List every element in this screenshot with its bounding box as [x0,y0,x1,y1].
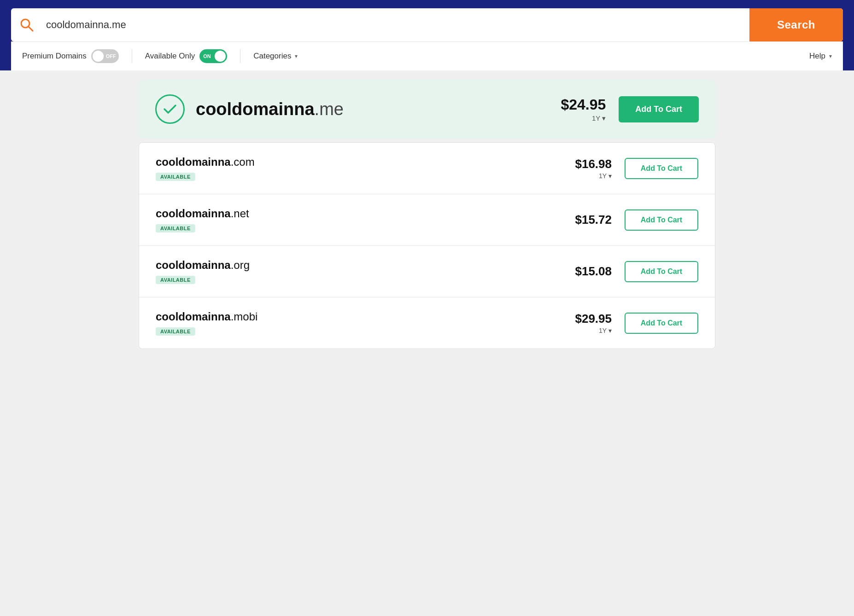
add-to-cart-button-0[interactable]: Add To Cart [625,158,698,179]
available-only-slider: ON [199,49,227,63]
domain-period-value-0: 1Y [599,172,607,180]
domain-row: cooldomainna.mobi AVAILABLE $29.95 1Y ▾ … [139,297,715,349]
available-only-label: Available Only [145,52,195,61]
domain-name-2: cooldomainna.org [156,259,575,272]
main-content: cooldomainna.me $24.95 1Y ▾ Add To Cart … [128,70,726,358]
primary-domain-base: cooldomainna [196,99,315,119]
primary-price: $24.95 [561,96,606,113]
domain-info-1: cooldomainna.net AVAILABLE [156,207,575,232]
domain-tld-0: .com [231,156,255,168]
filter-premium-domains: Premium Domains OFF [22,49,132,63]
domain-tld-1: .net [231,207,249,220]
primary-domain-card: cooldomainna.me $24.95 1Y ▾ Add To Cart [139,80,715,139]
domain-price-section-0: $16.98 1Y ▾ Add To Cart [575,157,698,180]
domain-info-2: cooldomainna.org AVAILABLE [156,259,575,284]
domain-base-1: cooldomainna [156,207,231,220]
primary-domain-tld: .me [315,99,344,119]
primary-domain-info: cooldomainna.me [155,94,344,124]
domain-info-3: cooldomainna.mobi AVAILABLE [156,310,575,336]
domain-info-0: cooldomainna.com AVAILABLE [156,156,575,181]
premium-domains-toggle-text: OFF [106,53,116,59]
primary-price-block: $24.95 1Y ▾ [561,96,606,122]
domain-price-block-2: $15.08 [575,264,612,279]
available-badge-3: AVAILABLE [156,327,195,336]
available-only-toggle-text: ON [203,53,211,59]
add-to-cart-button-1[interactable]: Add To Cart [625,209,698,231]
domain-price-block-1: $15.72 [575,213,612,227]
domain-row: cooldomainna.org AVAILABLE $15.08 Add To… [139,246,715,297]
search-input[interactable]: cooldomainna.me [42,11,749,39]
help-button[interactable]: Help ▾ [809,52,832,61]
search-icon-wrap [11,10,42,40]
domain-period-chevron-icon-3[interactable]: ▾ [608,327,612,334]
domain-base-0: cooldomainna [156,156,231,168]
available-badge-1: AVAILABLE [156,224,195,232]
header: cooldomainna.me Search Premium Domains O… [0,0,854,70]
domain-name-3: cooldomainna.mobi [156,310,575,323]
primary-price-period: 1Y ▾ [561,114,606,122]
help-label: Help [809,52,825,61]
available-badge-2: AVAILABLE [156,276,195,284]
domain-results-list: cooldomainna.com AVAILABLE $16.98 1Y ▾ A… [139,142,715,349]
domain-period-value-3: 1Y [599,327,607,334]
filter-available-only: Available Only ON [145,49,240,63]
domain-price-block-0: $16.98 1Y ▾ [575,157,612,180]
search-icon [19,17,34,32]
premium-domains-toggle[interactable]: OFF [91,49,119,63]
premium-domains-label: Premium Domains [22,52,87,61]
domain-tld-3: .mobi [231,310,258,323]
available-only-toggle[interactable]: ON [199,49,227,63]
add-to-cart-button-3[interactable]: Add To Cart [625,313,698,334]
available-check-circle [155,94,185,124]
domain-price-0: $16.98 [575,157,612,171]
svg-line-1 [29,27,33,31]
premium-domains-toggle-wrap: OFF [91,49,119,63]
domain-price-1: $15.72 [575,213,612,227]
domain-base-2: cooldomainna [156,259,231,271]
primary-period-chevron-icon[interactable]: ▾ [602,114,606,122]
domain-period-chevron-icon-0[interactable]: ▾ [608,172,612,180]
checkmark-icon [162,101,178,117]
domain-price-2: $15.08 [575,264,612,279]
domain-period-0: 1Y ▾ [575,172,612,180]
domain-row: cooldomainna.com AVAILABLE $16.98 1Y ▾ A… [139,143,715,194]
available-badge-0: AVAILABLE [156,173,195,181]
domain-price-section-3: $29.95 1Y ▾ Add To Cart [575,312,698,334]
premium-domains-slider: OFF [91,49,119,63]
search-button[interactable]: Search [749,8,843,41]
domain-period-3: 1Y ▾ [575,327,612,334]
available-only-toggle-wrap: ON [199,49,227,63]
domain-price-3: $29.95 [575,312,612,326]
primary-period-value: 1Y [592,114,600,122]
primary-add-to-cart-button[interactable]: Add To Cart [619,96,699,122]
domain-tld-2: .org [231,259,250,271]
search-bar: cooldomainna.me Search [11,8,843,41]
primary-domain-name: cooldomainna.me [196,99,344,119]
domain-name-1: cooldomainna.net [156,207,575,220]
domain-price-block-3: $29.95 1Y ▾ [575,312,612,334]
categories-label: Categories [253,52,291,61]
categories-button[interactable]: Categories ▾ [253,52,298,61]
filter-categories: Categories ▾ [253,52,310,61]
domain-price-section-1: $15.72 Add To Cart [575,209,698,231]
filter-bar: Premium Domains OFF Available Only ON [11,41,843,70]
domain-row: cooldomainna.net AVAILABLE $15.72 Add To… [139,194,715,246]
add-to-cart-button-2[interactable]: Add To Cart [625,261,698,282]
help-chevron-icon: ▾ [829,53,832,59]
domain-price-section-2: $15.08 Add To Cart [575,261,698,282]
domain-base-3: cooldomainna [156,310,231,323]
primary-price-section: $24.95 1Y ▾ Add To Cart [561,96,699,122]
domain-name-0: cooldomainna.com [156,156,575,169]
chevron-down-icon: ▾ [295,53,298,59]
